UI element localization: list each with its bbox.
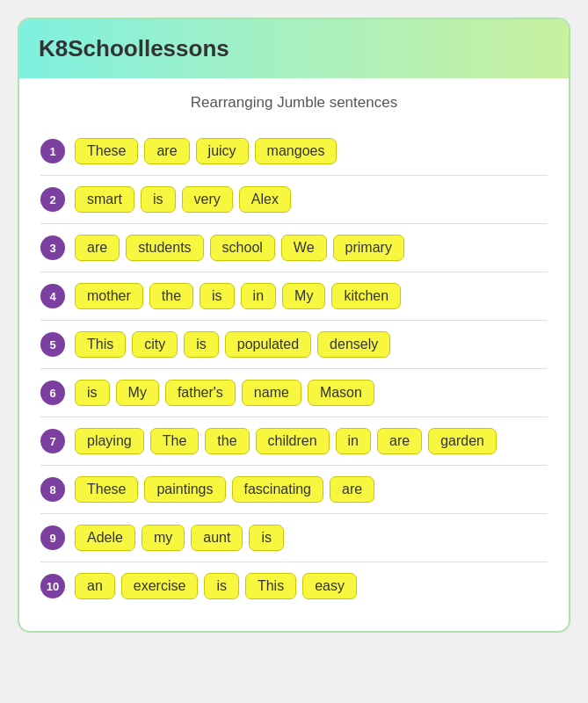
sentence-row: 10anexerciseisThiseasy: [40, 562, 548, 610]
word-chip[interactable]: Mason: [308, 380, 374, 406]
word-chip[interactable]: students: [126, 235, 203, 261]
number-badge: 6: [40, 380, 65, 405]
number-badge: 9: [40, 525, 65, 550]
word-chip[interactable]: city: [132, 331, 178, 358]
word-chip[interactable]: fascinating: [232, 476, 324, 503]
word-chip[interactable]: paintings: [144, 476, 225, 503]
header: K8Schoollessons: [19, 19, 569, 78]
word-chip[interactable]: densely: [317, 331, 390, 358]
sentence-row: 9Adelemyauntis: [40, 514, 548, 562]
sentences-container: 1Thesearejuicymangoes2smartisveryAlex3ar…: [40, 127, 548, 610]
word-chip[interactable]: populated: [225, 331, 311, 358]
word-chip[interactable]: is: [75, 380, 110, 406]
word-chip[interactable]: kitchen: [331, 283, 401, 309]
word-chip[interactable]: juicy: [196, 138, 249, 164]
word-chip[interactable]: an: [75, 573, 115, 599]
number-badge: 3: [40, 236, 65, 260]
word-chip[interactable]: This: [75, 331, 126, 358]
sentence-row: 2smartisveryAlex: [40, 176, 548, 224]
word-chip[interactable]: the: [149, 283, 193, 309]
word-chip[interactable]: smart: [75, 186, 134, 213]
sentence-row: 1Thesearejuicymangoes: [40, 127, 548, 176]
number-badge: 5: [40, 332, 65, 357]
word-chip[interactable]: is: [204, 573, 239, 599]
number-badge: 10: [40, 574, 65, 598]
word-chip[interactable]: The: [150, 428, 200, 454]
word-chip[interactable]: playing: [75, 428, 144, 454]
number-badge: 2: [40, 187, 65, 212]
word-chip[interactable]: Adele: [75, 525, 135, 551]
word-chip[interactable]: school: [210, 235, 275, 261]
word-chip[interactable]: These: [75, 476, 138, 503]
word-chip[interactable]: primary: [333, 235, 404, 261]
word-chip[interactable]: is: [200, 283, 235, 309]
word-chip[interactable]: exercise: [121, 573, 199, 599]
sentence-row: 6isMyfather'snameMason: [40, 369, 548, 417]
number-badge: 7: [40, 429, 65, 453]
word-chip[interactable]: the: [205, 428, 249, 454]
word-chip[interactable]: aunt: [191, 525, 243, 551]
word-chip[interactable]: in: [336, 428, 371, 454]
sentence-row: 4mothertheisinMykitchen: [40, 272, 548, 321]
word-chip[interactable]: Alex: [239, 186, 291, 213]
page-subtitle: Rearranging Jumble sentences: [40, 94, 548, 112]
word-chip[interactable]: garden: [428, 428, 497, 454]
number-badge: 8: [40, 477, 65, 502]
word-chip[interactable]: My: [116, 380, 159, 406]
word-chip[interactable]: We: [281, 235, 327, 261]
word-chip[interactable]: is: [184, 331, 219, 358]
word-chip[interactable]: is: [141, 186, 176, 213]
word-chip[interactable]: name: [242, 380, 301, 406]
sentence-row: 8Thesepaintingsfascinatingare: [40, 466, 548, 514]
word-chip[interactable]: in: [241, 283, 276, 309]
word-chip[interactable]: is: [249, 525, 284, 551]
sentence-row: 7playingThethechildreninaregarden: [40, 417, 548, 466]
word-chip[interactable]: are: [75, 235, 120, 261]
word-chip[interactable]: father's: [165, 380, 236, 406]
number-badge: 4: [40, 284, 65, 308]
word-chip[interactable]: are: [377, 428, 422, 454]
word-chip[interactable]: children: [256, 428, 330, 454]
sentence-row: 3arestudentsschoolWeprimary: [40, 224, 548, 272]
word-chip[interactable]: very: [182, 186, 233, 213]
word-chip[interactable]: mangoes: [255, 138, 338, 164]
word-chip[interactable]: These: [75, 138, 138, 164]
word-chip[interactable]: my: [142, 525, 185, 551]
number-badge: 1: [40, 139, 65, 163]
word-chip[interactable]: are: [144, 138, 189, 164]
sentence-row: 5Thiscityispopulateddensely: [40, 321, 548, 369]
app-title: K8Schoollessons: [39, 35, 229, 62]
word-chip[interactable]: mother: [75, 283, 143, 309]
word-chip[interactable]: My: [282, 283, 325, 309]
main-content: Rearranging Jumble sentences 1Theseareju…: [19, 78, 569, 631]
card: K8Schoollessons Rearranging Jumble sente…: [18, 18, 570, 633]
word-chip[interactable]: are: [330, 476, 374, 503]
word-chip[interactable]: easy: [302, 573, 357, 599]
word-chip[interactable]: This: [245, 573, 296, 599]
